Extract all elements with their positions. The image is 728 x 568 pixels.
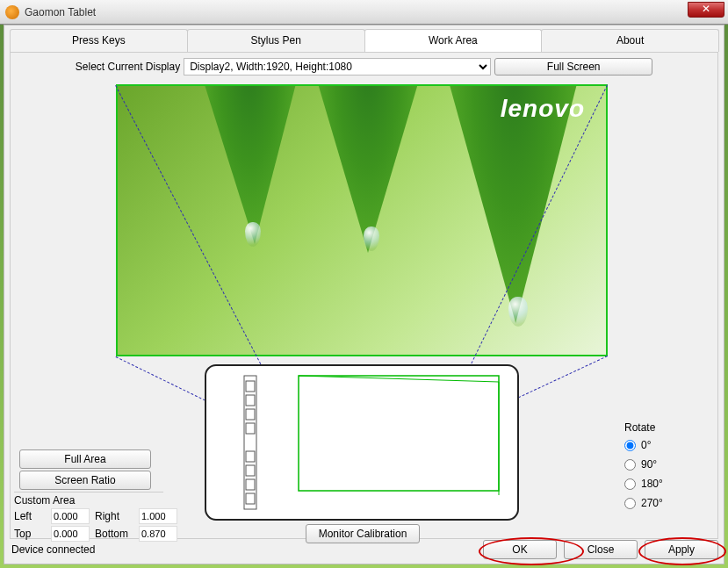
ok-button[interactable]: OK: [483, 540, 557, 559]
custom-bottom-label: Bottom: [95, 528, 135, 540]
titlebar: Gaomon Tablet ✕: [0, 0, 728, 25]
rotate-option-270[interactable]: 270°: [624, 497, 709, 509]
custom-top-label: Top: [14, 528, 47, 540]
display-row: Select Current Display Display2, Width:1…: [11, 53, 717, 81]
tab-work-area[interactable]: Work Area: [364, 29, 543, 52]
rotate-option-180[interactable]: 180°: [624, 478, 709, 490]
custom-left-input[interactable]: [51, 508, 90, 524]
close-icon: ✕: [702, 3, 710, 15]
display-label: Select Current Display: [76, 61, 180, 73]
rotate-radio-180[interactable]: [624, 478, 636, 490]
tab-about[interactable]: About: [541, 29, 719, 52]
screen-ratio-button[interactable]: Screen Ratio: [19, 471, 151, 490]
close-button[interactable]: Close: [564, 540, 638, 559]
screen-preview[interactable]: lenovo: [116, 84, 608, 356]
custom-area-title: Custom Area: [14, 492, 163, 507]
rotate-title: Rotate: [624, 421, 709, 434]
rotate-option-90[interactable]: 90°: [624, 458, 709, 471]
rotate-group: Rotate 0° 90° 180° 270°: [624, 421, 709, 516]
custom-right-input[interactable]: [139, 508, 177, 524]
rotate-option-0[interactable]: 0°: [624, 439, 709, 451]
custom-area-group: Custom Area Left Right Top Bottom: [14, 492, 163, 542]
window-close-button[interactable]: ✕: [688, 2, 724, 18]
svg-rect-0: [205, 365, 518, 520]
display-select[interactable]: Display2, Width:1920, Height:1080: [184, 58, 491, 75]
rotate-radio-270[interactable]: [624, 498, 636, 509]
wallpaper-waterdrop: [364, 226, 379, 251]
tab-bar: Press Keys Stylus Pen Work Area About: [10, 29, 718, 52]
rotate-radio-0[interactable]: [624, 440, 636, 451]
app-icon: [5, 5, 19, 19]
wallpaper-leaf: [197, 84, 302, 244]
tablet-outline[interactable]: [204, 363, 520, 521]
wallpaper-waterdrop: [508, 297, 528, 327]
apply-button[interactable]: Apply: [645, 540, 718, 559]
window-title: Gaomon Tablet: [25, 6, 96, 18]
full-screen-button[interactable]: Full Screen: [494, 58, 652, 75]
rotate-radio-90[interactable]: [624, 459, 636, 471]
custom-left-label: Left: [14, 510, 47, 522]
bottom-bar: Device connected OK Close Apply: [10, 539, 718, 560]
client-area: Press Keys Stylus Pen Work Area About Se…: [4, 25, 724, 564]
wallpaper-waterdrop: [245, 222, 261, 247]
tab-stylus-pen[interactable]: Stylus Pen: [187, 29, 365, 52]
work-area-panel: Select Current Display Display2, Width:1…: [10, 52, 718, 539]
full-area-button[interactable]: Full Area: [19, 449, 151, 469]
custom-right-label: Right: [95, 510, 135, 522]
tab-press-keys[interactable]: Press Keys: [10, 29, 188, 52]
brand-logo: lenovo: [501, 95, 585, 123]
status-text: Device connected: [10, 543, 95, 556]
